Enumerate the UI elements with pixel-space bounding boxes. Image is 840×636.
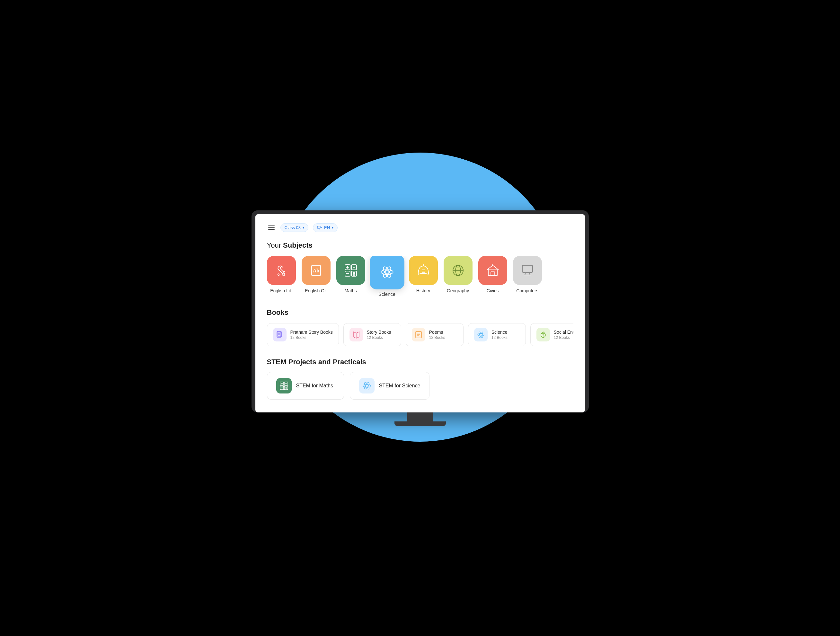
book-icon-social: [537, 328, 550, 341]
svg-line-34: [525, 272, 526, 275]
subject-label-civics: Civics: [487, 288, 499, 293]
subjects-section-title: Your Subjects: [267, 241, 573, 249]
stem-science-icon: [359, 378, 374, 393]
book-name-science: Science: [491, 330, 508, 335]
stem-science-card[interactable]: STEM for Science: [350, 372, 430, 399]
books-row: Pratham Story Books 12 Books Story Books: [267, 323, 573, 346]
class-selector[interactable]: Class 08 ▾: [280, 223, 309, 232]
tv-base: [395, 421, 446, 426]
subject-icon-computers: [513, 256, 542, 285]
tv-frame: Class 08 ▾ EN ▾ Your Subjects: [251, 210, 589, 412]
book-story[interactable]: Story Books 12 Books: [343, 323, 401, 346]
tv-neck: [407, 412, 433, 421]
book-icon-pratham: [273, 328, 287, 341]
subject-civics[interactable]: Civics: [478, 256, 507, 297]
book-name-story: Story Books: [367, 330, 391, 335]
book-info-social: Social Environmental 12 Books: [554, 330, 573, 340]
subject-english-gr[interactable]: Ab English Gr.: [302, 256, 330, 297]
svg-rect-42: [416, 331, 422, 338]
hamburger-menu[interactable]: [267, 224, 276, 231]
class-chevron-icon: ▾: [303, 226, 304, 229]
svg-rect-31: [491, 272, 495, 276]
book-science[interactable]: Science 12 Books: [468, 323, 526, 346]
subject-geography[interactable]: Geography: [444, 256, 472, 297]
translate-icon: [317, 225, 322, 230]
book-icon-story: [349, 328, 363, 341]
svg-point-47: [478, 333, 484, 336]
book-name-poems: Poems: [429, 330, 445, 335]
svg-rect-33: [522, 265, 532, 272]
tv-stand: [395, 412, 446, 426]
svg-rect-0: [317, 226, 320, 228]
subject-history[interactable]: History: [409, 256, 438, 297]
books-section-title: Books: [267, 308, 573, 317]
book-social[interactable]: Social Environmental 12 Books: [531, 323, 573, 346]
book-info-poems: Poems 12 Books: [429, 330, 445, 340]
subject-icon-history: [409, 256, 438, 285]
subject-label-science: Science: [378, 291, 395, 297]
stem-maths-label: STEM for Maths: [296, 383, 333, 389]
stem-row: STEM for Maths STEM for Science: [267, 372, 573, 399]
subject-icon-science: [370, 256, 404, 289]
book-name-pratham: Pratham Story Books: [291, 330, 333, 335]
book-icon-science: [474, 328, 488, 341]
svg-point-16: [385, 270, 389, 274]
stem-maths-card[interactable]: STEM for Maths: [267, 372, 344, 399]
subject-computers[interactable]: Computers: [513, 256, 542, 297]
subject-label-computers: Computers: [516, 288, 538, 293]
subject-icon-english-gr: Ab: [302, 256, 330, 285]
subject-label-geography: Geography: [447, 288, 469, 293]
book-info-science: Science 12 Books: [491, 330, 508, 340]
book-icon-poems: [412, 328, 425, 341]
book-pratham[interactable]: Pratham Story Books 12 Books: [267, 323, 339, 346]
subjects-row: English Lit. Ab English Gr.: [267, 256, 573, 297]
subject-icon-geography: [444, 256, 472, 285]
subject-english-lit[interactable]: English Lit.: [267, 256, 296, 297]
subject-science[interactable]: Science: [371, 256, 403, 297]
book-info-story: Story Books 12 Books: [367, 330, 391, 340]
svg-text:Ab: Ab: [313, 268, 319, 273]
svg-point-21: [423, 264, 424, 266]
stem-science-label: STEM for Science: [379, 383, 420, 389]
book-count-pratham: 12 Books: [291, 335, 333, 340]
subject-label-maths: Maths: [344, 288, 357, 293]
stem-maths-icon: [276, 378, 292, 393]
book-info-pratham: Pratham Story Books 12 Books: [291, 330, 333, 340]
book-count-poems: 12 Books: [429, 335, 445, 340]
subject-icon-civics: [478, 256, 507, 285]
tv-screen: Class 08 ▾ EN ▾ Your Subjects: [255, 214, 585, 412]
book-poems[interactable]: Poems 12 Books: [406, 323, 464, 346]
lang-label: EN: [324, 225, 330, 230]
svg-line-35: [529, 272, 530, 275]
book-count-story: 12 Books: [367, 335, 391, 340]
header: Class 08 ▾ EN ▾: [267, 223, 573, 232]
lang-chevron-icon: ▾: [332, 226, 333, 229]
svg-rect-30: [488, 269, 497, 276]
book-count-science: 12 Books: [491, 335, 508, 340]
subject-icon-english-lit: [267, 256, 296, 285]
subject-label-english-gr: English Gr.: [305, 288, 327, 293]
subject-label-english-lit: English Lit.: [270, 288, 292, 293]
class-label: Class 08: [284, 225, 301, 230]
subject-icon-maths: [336, 256, 365, 285]
subject-label-history: History: [416, 288, 430, 293]
subject-maths[interactable]: Maths: [336, 256, 365, 297]
stem-section-title: STEM Projects and Practicals: [267, 358, 573, 366]
svg-point-64: [366, 385, 368, 387]
language-selector[interactable]: EN ▾: [313, 223, 338, 232]
tv-wrapper: Class 08 ▾ EN ▾ Your Subjects: [243, 210, 597, 426]
book-name-social: Social Environmental: [554, 330, 573, 335]
book-count-social: 12 Books: [554, 335, 573, 340]
